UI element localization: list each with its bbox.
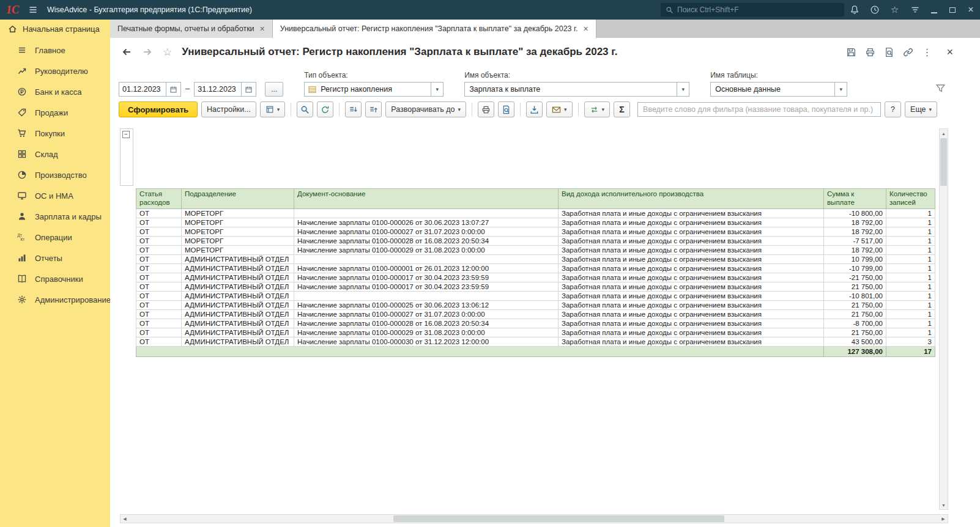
table-cell[interactable]: 1 — [886, 282, 935, 291]
table-cell[interactable]: 1 — [886, 328, 935, 337]
table-cell[interactable]: Начисление зарплаты 0100-000029 от 31.08… — [294, 245, 559, 254]
minimize-button[interactable] — [925, 0, 943, 20]
main-menu-icon[interactable] — [28, 5, 38, 15]
table-cell[interactable]: 18 792,00 — [824, 227, 886, 236]
calendar-icon[interactable] — [166, 83, 180, 96]
col-header-sum[interactable]: Сумма к выплате — [824, 189, 886, 209]
send-mail-button[interactable]: ▾ — [546, 101, 573, 117]
table-row[interactable]: ОТМОРЕТОРГНачисление зарплаты 0100-00002… — [136, 245, 935, 254]
global-search-input[interactable] — [677, 6, 839, 14]
table-cell[interactable]: ОТ — [136, 254, 182, 264]
table-cell[interactable]: АДМИНИСТРАТИВНЫЙ ОТДЕЛ — [182, 264, 294, 273]
sidebar-item-proizvodstvo[interactable]: Производство — [0, 164, 110, 185]
table-cell[interactable]: 18 792,00 — [824, 218, 886, 227]
period-from-field[interactable] — [119, 82, 181, 97]
get-link-icon[interactable] — [903, 47, 913, 57]
table-cell[interactable]: АДМИНИСТРАТИВНЫЙ ОТДЕЛ — [182, 319, 294, 328]
history-icon[interactable] — [864, 0, 885, 20]
save-result-button[interactable] — [526, 101, 543, 117]
more-button[interactable]: Еще ▾ — [905, 101, 937, 117]
table-cell[interactable]: 3 — [886, 337, 935, 346]
table-cell[interactable]: 1 — [886, 227, 935, 236]
horizontal-scroll-thumb[interactable] — [393, 515, 724, 522]
save-icon[interactable] — [846, 47, 856, 57]
settings-variants-button[interactable]: ▾ — [260, 101, 286, 117]
tab-universal-report[interactable]: Универсальный отчет: Регистр накопления … — [273, 20, 596, 38]
find-button[interactable] — [297, 101, 313, 117]
favorites-icon[interactable]: ☆ — [885, 0, 905, 20]
vertical-scrollbar[interactable]: ▲ ▼ — [939, 128, 948, 510]
print-preview-icon[interactable] — [884, 47, 894, 57]
table-cell[interactable]: 1 — [886, 319, 935, 328]
table-cell[interactable]: МОРЕТОРГ — [182, 208, 294, 218]
table-cell[interactable]: МОРЕТОРГ — [182, 245, 294, 254]
table-cell[interactable]: Начисление зарплаты 0100-000029 от 31.08… — [294, 328, 559, 337]
table-cell[interactable]: Начисление зарплаты 0100-000030 от 31.12… — [294, 337, 559, 346]
sum-button[interactable]: Σ — [614, 101, 630, 117]
table-cell[interactable]: МОРЕТОРГ — [182, 236, 294, 245]
close-tab-icon[interactable]: × — [584, 24, 588, 33]
sidebar-item-sklad[interactable]: Склад — [0, 144, 110, 164]
table-cell[interactable]: Заработная плата и иные доходы с огранич… — [559, 264, 824, 273]
sidebar-item-glavnoe[interactable]: Главное — [0, 40, 110, 61]
table-cell[interactable]: -21 750,00 — [824, 273, 886, 282]
table-cell[interactable]: 1 — [886, 300, 935, 309]
table-cell[interactable] — [294, 291, 559, 300]
collapse-group-icon[interactable]: − — [122, 131, 130, 138]
close-tab-icon[interactable]: × — [260, 24, 265, 33]
table-row[interactable]: ОТАДМИНИСТРАТИВНЫЙ ОТДЕЛНачисление зарпл… — [136, 319, 935, 328]
table-cell[interactable]: ОТ — [136, 309, 182, 319]
table-cell[interactable]: ОТ — [136, 227, 182, 236]
table-cell[interactable]: 21 750,00 — [824, 300, 886, 309]
sidebar-item-rukovoditelyu[interactable]: Руководителю — [0, 61, 110, 81]
forward-button[interactable] — [139, 44, 155, 60]
table-cell[interactable]: АДМИНИСТРАТИВНЫЙ ОТДЕЛ — [182, 337, 294, 346]
table-cell[interactable]: Заработная плата и иные доходы с огранич… — [559, 208, 824, 218]
table-row[interactable]: ОТАДМИНИСТРАТИВНЫЙ ОТДЕЛНачисление зарпл… — [136, 337, 935, 346]
more-actions-icon[interactable]: ⋮ — [922, 46, 932, 58]
print-icon[interactable] — [865, 47, 875, 57]
col-header-base-document[interactable]: Документ-основание — [294, 189, 559, 209]
table-cell[interactable]: МОРЕТОРГ — [182, 218, 294, 227]
table-cell[interactable] — [294, 208, 559, 218]
table-row[interactable]: ОТМОРЕТОРГЗаработная плата и иные доходы… — [136, 208, 935, 218]
sidebar-item-operatsii[interactable]: ДтКтОперации — [0, 227, 110, 248]
table-cell[interactable]: 21 750,00 — [824, 282, 886, 291]
table-cell[interactable]: 1 — [886, 291, 935, 300]
table-cell[interactable]: ОТ — [136, 291, 182, 300]
tab-print-forms[interactable]: Печатные формы, отчеты и обработки × — [110, 20, 273, 38]
service-menu-icon[interactable] — [905, 0, 925, 20]
scroll-down-icon[interactable]: ▼ — [940, 501, 948, 509]
back-button[interactable] — [119, 44, 135, 60]
table-cell[interactable]: Начисление зарплаты 0100-000025 от 30.06… — [294, 300, 559, 309]
table-cell[interactable]: 1 — [886, 218, 935, 227]
vertical-scroll-thumb[interactable] — [940, 138, 947, 186]
table-row[interactable]: ОТАДМИНИСТРАТИВНЫЙ ОТДЕЛНачисление зарпл… — [136, 309, 935, 319]
total-sum[interactable]: 127 308,00 — [824, 346, 886, 356]
table-cell[interactable]: ОТ — [136, 218, 182, 227]
table-row[interactable]: ОТАДМИНИСТРАТИВНЫЙ ОТДЕЛНачисление зарпл… — [136, 328, 935, 337]
table-cell[interactable]: Заработная плата и иные доходы с огранич… — [559, 273, 824, 282]
expand-to-button[interactable]: Разворачивать до ▾ — [385, 101, 466, 117]
table-row[interactable]: ОТАДМИНИСТРАТИВНЫЙ ОТДЕЛНачисление зарпл… — [136, 264, 935, 273]
table-cell[interactable]: ОТ — [136, 337, 182, 346]
table-cell[interactable]: АДМИНИСТРАТИВНЫЙ ОТДЕЛ — [182, 309, 294, 319]
table-cell[interactable]: ОТ — [136, 273, 182, 282]
table-cell[interactable]: -8 700,00 — [824, 319, 886, 328]
scroll-right-icon[interactable]: ▶ — [939, 515, 948, 523]
table-cell[interactable]: 1 — [886, 273, 935, 282]
sidebar-item-otchety[interactable]: Отчеты — [0, 248, 110, 268]
table-cell[interactable]: Заработная плата и иные доходы с огранич… — [559, 227, 824, 236]
table-cell[interactable]: АДМИНИСТРАТИВНЫЙ ОТДЕЛ — [182, 273, 294, 282]
table-cell[interactable]: 10 799,00 — [824, 254, 886, 264]
settings-button[interactable]: Настройки... — [201, 101, 256, 117]
table-cell[interactable]: АДМИНИСТРАТИВНЫЙ ОТДЕЛ — [182, 291, 294, 300]
table-cell[interactable]: Заработная плата и иные доходы с огранич… — [559, 218, 824, 227]
table-cell[interactable]: ОТ — [136, 319, 182, 328]
table-row[interactable]: ОТАДМИНИСТРАТИВНЫЙ ОТДЕЛНачисление зарпл… — [136, 273, 935, 282]
notifications-icon[interactable] — [844, 0, 864, 20]
total-count[interactable]: 17 — [886, 346, 935, 356]
col-header-department[interactable]: Подразделение — [182, 189, 294, 209]
table-cell[interactable]: Начисление зарплаты 0100-000027 от 31.07… — [294, 227, 559, 236]
table-cell[interactable]: 1 — [886, 236, 935, 245]
